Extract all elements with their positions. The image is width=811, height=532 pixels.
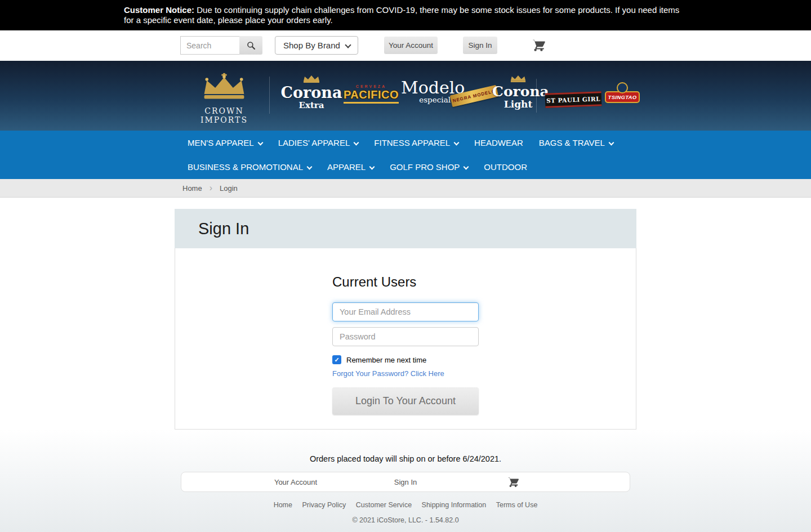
crown-icon <box>301 74 322 83</box>
breadcrumb-bar: Home › Login <box>0 179 811 198</box>
ship-note: Orders placed today will ship on or befo… <box>0 430 811 463</box>
st-pauli-girl-banner: ST PAULI GIRL <box>545 91 602 108</box>
nav-ladies-apparel[interactable]: LADIES' APPAREL <box>270 138 367 147</box>
current-users-heading: Current Users <box>332 274 479 290</box>
footer-links: Home Privacy Policy Customer Service Shi… <box>0 501 811 509</box>
nav-apparel[interactable]: APPAREL <box>319 162 382 172</box>
email-input[interactable] <box>332 302 479 321</box>
nav-mens-apparel[interactable]: MEN'S APPAREL <box>180 138 270 147</box>
nav-golf-pro-shop[interactable]: GOLF PRO SHOP <box>382 162 476 172</box>
logo-divider <box>536 79 537 113</box>
main-navigation: MEN'S APPAREL LADIES' APPAREL FITNESS AP… <box>0 131 811 179</box>
tsingtao-logo: TSINGTAO <box>605 82 640 103</box>
search-input[interactable] <box>180 36 240 55</box>
footer: Orders placed today will ship on or befo… <box>0 430 811 532</box>
tsingtao-emblem-icon <box>617 82 628 93</box>
forgot-password-link[interactable]: Forgot Your Password? Click Here <box>332 369 479 378</box>
pacifico-name: PACIFICO <box>344 88 399 104</box>
corona-extra-name: Corona <box>280 86 342 100</box>
footer-link-customer-service[interactable]: Customer Service <box>356 501 412 509</box>
nav-fitness-apparel[interactable]: FITNESS APPAREL <box>366 138 466 147</box>
customer-notice-banner: Customer Notice: Due to continuing suppl… <box>0 0 811 30</box>
corona-extra-logo: Corona Extra <box>280 74 342 110</box>
footer-link-shipping-information[interactable]: Shipping Information <box>422 501 487 509</box>
nav-business-promotional[interactable]: BUSINESS & PROMOTIONAL <box>180 162 319 172</box>
page-title: Sign In <box>175 209 636 248</box>
nav-bags-travel[interactable]: BAGS & TRAVEL <box>531 138 621 147</box>
chevron-down-icon <box>369 164 375 170</box>
crown-icon <box>509 74 528 83</box>
breadcrumb-chevron-icon: › <box>210 184 212 193</box>
st-pauli-girl-logo: ST PAULI GIRL <box>545 92 601 107</box>
nav-outdoor[interactable]: OUTDOOR <box>476 162 535 172</box>
crown-imports-logo[interactable]: CROWN IMPORTS <box>182 72 266 124</box>
footer-link-terms-of-use[interactable]: Terms of Use <box>496 501 538 509</box>
notice-body: Due to continuing supply chain challenge… <box>124 5 679 25</box>
crown-imports-label: CROWN IMPORTS <box>182 106 266 124</box>
chevron-down-icon <box>608 140 614 146</box>
logo-divider <box>269 77 270 114</box>
chevron-down-icon <box>307 164 313 170</box>
search-icon <box>247 41 256 50</box>
breadcrumb: Home › Login <box>175 179 636 197</box>
breadcrumb-current: Login <box>220 184 238 193</box>
remember-me-label[interactable]: Remember me next time <box>346 356 426 364</box>
pacifico-logo: CERVEZA PACIFICO <box>344 84 399 104</box>
footer-your-account-link[interactable]: Your Account <box>274 478 317 486</box>
breadcrumb-home[interactable]: Home <box>182 184 202 193</box>
footer-nav-box: Your Account Sign In <box>181 472 630 492</box>
copyright: © 2021 iCoStore, LLC. - 1.54.82.0 <box>0 516 811 524</box>
footer-link-privacy-policy[interactable]: Privacy Policy <box>302 501 346 509</box>
cart-icon <box>531 38 546 52</box>
footer-link-home[interactable]: Home <box>274 501 292 509</box>
modelo-logo: Modelo especial <box>401 79 451 104</box>
footer-cart-button[interactable] <box>507 476 519 488</box>
notice-title: Customer Notice: <box>124 5 194 15</box>
nav-headwear[interactable]: HEADWEAR <box>466 138 531 147</box>
modelo-name: Modelo <box>401 79 451 97</box>
login-button[interactable]: Login To Your Account <box>332 387 479 415</box>
negra-modelo-logo: NEGRA MODELO <box>451 90 498 102</box>
chevron-down-icon <box>454 140 460 146</box>
footer-sign-in-link[interactable]: Sign In <box>394 478 417 486</box>
your-account-button[interactable]: Your Account <box>384 37 438 54</box>
cart-icon <box>507 476 519 488</box>
corona-extra-sub: Extra <box>280 100 342 110</box>
remember-me-checkbox[interactable]: ✓ <box>332 355 341 364</box>
chevron-down-icon <box>464 164 469 170</box>
cart-button[interactable] <box>531 38 546 53</box>
search-button[interactable] <box>239 36 262 55</box>
crown-icon <box>197 72 251 102</box>
sign-in-button[interactable]: Sign In <box>463 37 497 54</box>
top-bar: Shop By Brand Your Account Sign In <box>0 30 811 61</box>
sign-in-panel: Current Users ✓ Remember me next time Fo… <box>175 248 636 430</box>
password-input[interactable] <box>332 327 479 346</box>
brand-logo-banner: CROWN IMPORTS Corona Extra CERVEZA PACIF… <box>0 61 811 131</box>
pacifico-cerveza: CERVEZA <box>344 84 399 88</box>
chevron-down-icon <box>354 140 359 146</box>
shop-by-brand-select[interactable]: Shop By Brand <box>275 36 358 55</box>
chevron-down-icon <box>257 140 263 146</box>
